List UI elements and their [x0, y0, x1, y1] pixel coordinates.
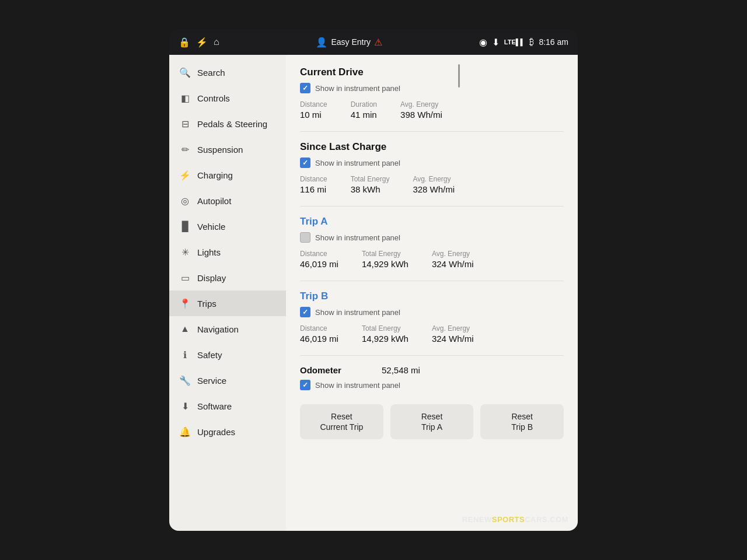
- current-drive-checkbox-row[interactable]: ✓ Show in instrument panel: [300, 83, 564, 93]
- trip-a-energy: Total Energy 14,929 kWh: [362, 250, 409, 269]
- sidebar-item-display[interactable]: ▭ Display: [169, 265, 286, 290]
- download-icon: ⬇: [492, 37, 500, 48]
- odometer-checkbox-row[interactable]: ✓ Show in instrument panel: [300, 380, 564, 390]
- sidebar-label-display: Display: [197, 273, 226, 283]
- lte-icon: LTE▌▌: [504, 38, 525, 46]
- trip-b-checkbox-row[interactable]: ✓ Show in instrument panel: [300, 307, 564, 317]
- since-last-charge-title: Since Last Charge: [300, 141, 564, 153]
- since-last-charge-checkbox-label: Show in instrument panel: [315, 159, 400, 167]
- lights-icon: ✳: [179, 246, 191, 258]
- warning-icon: ⚠: [374, 37, 382, 48]
- odometer-label: Odometer: [300, 365, 358, 375]
- sidebar-label-charging: Charging: [197, 170, 233, 180]
- sidebar-item-software[interactable]: ⬇ Software: [169, 393, 286, 419]
- status-bar-center: 👤 Easy Entry ⚠: [316, 37, 382, 48]
- trip-a-checkbox-row[interactable]: Show in instrument panel: [300, 232, 564, 243]
- current-drive-duration-value: 41 min: [351, 110, 377, 120]
- slc-distance-label: Distance: [300, 175, 327, 183]
- slc-distance: Distance 116 mi: [300, 175, 327, 194]
- easy-entry-label: Easy Entry: [331, 37, 371, 47]
- sidebar-label-trips: Trips: [197, 299, 217, 309]
- current-drive-distance: Distance 10 mi: [300, 100, 327, 120]
- sidebar-item-suspension[interactable]: ✏ Suspension: [169, 136, 286, 162]
- trip-b-checkbox-label: Show in instrument panel: [315, 308, 400, 317]
- slc-energy-label: Total Energy: [351, 175, 390, 183]
- status-bar-left: 🔒 ⚡ ⌂: [179, 37, 219, 48]
- sidebar-label-autopilot: Autopilot: [197, 196, 231, 206]
- sidebar-label-search: Search: [197, 68, 225, 78]
- check-icon: ✓: [302, 84, 308, 92]
- sidebar-item-search[interactable]: 🔍 Search: [169, 60, 286, 85]
- sidebar-item-vehicle[interactable]: ▐▌ Vehicle: [169, 214, 286, 239]
- trip-b-avg-energy-value: 324 Wh/mi: [432, 334, 474, 344]
- upgrades-icon: 🔔: [179, 425, 191, 438]
- sidebar-item-safety[interactable]: ℹ Safety: [169, 342, 286, 368]
- trip-a-stats: Distance 46,019 mi Total Energy 14,929 k…: [300, 250, 564, 269]
- reset-buttons-row: ResetCurrent Trip ResetTrip A ResetTrip …: [300, 404, 564, 439]
- reset-current-trip-button[interactable]: ResetCurrent Trip: [300, 404, 383, 439]
- current-drive-duration: Duration 41 min: [351, 100, 377, 120]
- sidebar-item-navigation[interactable]: ▲ Navigation: [169, 316, 286, 342]
- current-drive-checkbox-label: Show in instrument panel: [315, 84, 400, 93]
- tesla-screen: 🔒 ⚡ ⌂ 👤 Easy Entry ⚠ ◉ ⬇ LTE▌▌ ₿ 8:16 am…: [169, 29, 578, 531]
- safety-icon: ℹ: [179, 348, 191, 361]
- trip-b-distance-value: 46,019 mi: [300, 334, 338, 344]
- trip-a-energy-value: 14,929 kWh: [362, 259, 409, 269]
- since-last-charge-stats: Distance 116 mi Total Energy 38 kWh Avg.…: [300, 175, 564, 194]
- current-drive-energy-label: Avg. Energy: [400, 100, 442, 108]
- trip-a-avg-energy-label: Avg. Energy: [432, 250, 474, 258]
- sidebar-label-navigation: Navigation: [197, 324, 239, 334]
- sidebar-label-upgrades: Upgrades: [197, 427, 235, 437]
- content-area: Current Drive ✓ Show in instrument panel…: [286, 55, 578, 531]
- sidebar-label-vehicle: Vehicle: [197, 222, 225, 232]
- sidebar-label-pedals: Pedals & Steering: [197, 119, 267, 129]
- person-icon: 👤: [316, 37, 327, 48]
- sidebar-label-suspension: Suspension: [197, 145, 243, 155]
- sidebar-item-charging[interactable]: ⚡ Charging: [169, 162, 286, 188]
- check-icon-4: ✓: [302, 308, 308, 316]
- home-icon: ⌂: [214, 37, 219, 47]
- sidebar-item-service[interactable]: 🔧 Service: [169, 368, 286, 393]
- since-last-charge-checkbox-row[interactable]: ✓ Show in instrument panel: [300, 158, 564, 168]
- sidebar-item-autopilot[interactable]: ◎ Autopilot: [169, 188, 286, 214]
- pedals-icon: ⊟: [179, 117, 191, 130]
- trip-a-checkbox[interactable]: [300, 232, 310, 243]
- trip-a-distance: Distance 46,019 mi: [300, 250, 338, 269]
- reset-trip-b-button[interactable]: ResetTrip B: [480, 404, 564, 439]
- trip-b-checkbox[interactable]: ✓: [300, 307, 310, 317]
- trip-a-avg-energy-value: 324 Wh/mi: [432, 259, 474, 269]
- current-drive-energy: Avg. Energy 398 Wh/mi: [400, 100, 442, 120]
- check-icon-5: ✓: [302, 381, 308, 389]
- trip-a-title: Trip A: [300, 216, 564, 228]
- trips-icon: 📍: [179, 297, 191, 310]
- since-last-charge-checkbox[interactable]: ✓: [300, 158, 310, 168]
- bluetooth-icon: ₿: [529, 37, 534, 47]
- odometer-checkbox[interactable]: ✓: [300, 380, 310, 390]
- sidebar-item-pedals[interactable]: ⊟ Pedals & Steering: [169, 111, 286, 136]
- main-area: 🔍 Search ◧ Controls ⊟ Pedals & Steering …: [169, 55, 578, 531]
- odometer-row: Odometer 52,548 mi: [300, 365, 564, 375]
- sidebar-item-controls[interactable]: ◧ Controls: [169, 85, 286, 111]
- service-icon: 🔧: [179, 374, 191, 387]
- slc-distance-value: 116 mi: [300, 184, 327, 194]
- trip-b-energy-label: Total Energy: [362, 324, 409, 332]
- sidebar: 🔍 Search ◧ Controls ⊟ Pedals & Steering …: [169, 55, 286, 531]
- trip-a-distance-label: Distance: [300, 250, 338, 258]
- current-drive-checkbox[interactable]: ✓: [300, 83, 310, 93]
- odometer-value: 52,548 mi: [382, 365, 420, 375]
- current-drive-title: Current Drive: [300, 66, 564, 78]
- sidebar-label-lights: Lights: [197, 247, 221, 257]
- current-drive-energy-value: 398 Wh/mi: [400, 110, 442, 120]
- reset-trip-a-button[interactable]: ResetTrip A: [390, 404, 474, 439]
- sidebar-item-trips[interactable]: 📍 Trips: [169, 290, 286, 316]
- navigation-icon: ▲: [179, 323, 191, 335]
- trip-a-checkbox-label: Show in instrument panel: [315, 233, 400, 242]
- time-display: 8:16 am: [539, 37, 568, 47]
- display-icon: ▭: [179, 271, 191, 284]
- vehicle-icon: ▐▌: [179, 220, 191, 233]
- divider-3: [300, 281, 564, 281]
- software-icon: ⬇: [179, 400, 191, 412]
- sidebar-item-upgrades[interactable]: 🔔 Upgrades: [169, 419, 286, 444]
- divider-4: [300, 355, 564, 356]
- sidebar-item-lights[interactable]: ✳ Lights: [169, 239, 286, 265]
